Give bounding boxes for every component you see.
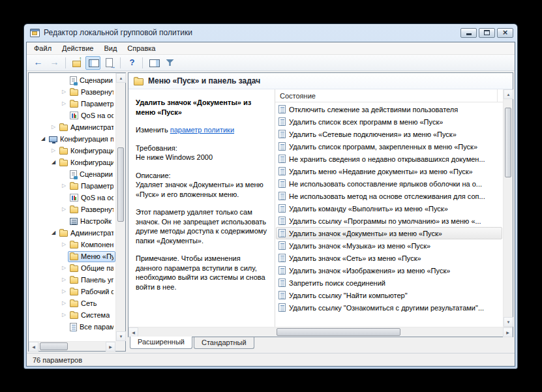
menu-item[interactable]: Действие [57, 43, 98, 53]
expand-arrow-icon[interactable]: ▷ [60, 262, 68, 274]
tree-item-content[interactable]: Общие па [68, 263, 115, 274]
show-console-tree-button[interactable] [85, 56, 100, 70]
forward-button[interactable] [47, 56, 62, 70]
maximize-button[interactable] [479, 28, 495, 38]
expand-arrow-icon[interactable]: ▷ [60, 180, 68, 192]
scrollbar-thumb[interactable] [277, 328, 400, 336]
tree-item[interactable]: ▷Параметр [29, 180, 115, 192]
menu-item[interactable]: Вид [98, 43, 122, 53]
tree-item-content[interactable]: QoS на ос [68, 192, 115, 204]
collapse-arrow-icon[interactable]: ◢ [39, 133, 47, 145]
expand-arrow-icon[interactable]: ▷ [60, 297, 68, 309]
scroll-down-button[interactable]: ▼ [504, 317, 513, 327]
tree-item[interactable]: Все парам [29, 321, 115, 333]
tab-extended[interactable]: Расширенный [130, 337, 192, 349]
close-button[interactable]: × [497, 28, 513, 38]
scroll-left-button[interactable]: ◀ [128, 327, 138, 337]
policy-list-item[interactable]: Запретить поиск соединений [276, 277, 502, 289]
tree-item[interactable]: ▷Развернут [29, 86, 115, 98]
expand-arrow-icon[interactable]: ▷ [60, 309, 68, 321]
scrollbar-track[interactable] [38, 342, 106, 351]
tree-item[interactable]: ◢Администрат [29, 227, 115, 239]
tree-item[interactable]: ▷Панель уп [29, 274, 115, 286]
expand-arrow-icon[interactable]: ▷ [50, 121, 57, 133]
title-bar[interactable]: Редактор локальной групповой политики × [24, 24, 517, 41]
menu-item[interactable]: Справка [122, 43, 160, 53]
policy-list-item[interactable]: Удалить меню «Недавние документы» из мен… [276, 165, 502, 177]
scroll-right-button[interactable]: ▶ [503, 327, 513, 337]
tree-item-content[interactable]: Конфигурация п [47, 134, 115, 145]
policy-list-item[interactable]: Удалить значок «Сеть» из меню «Пуск» [276, 252, 502, 264]
tree-vertical-scrollbar[interactable]: ▲ ▼ [115, 73, 125, 341]
tree-item[interactable]: QoS на ос [29, 192, 115, 204]
tree-item[interactable]: ▷Развернут [29, 204, 115, 215]
tree-item-content[interactable]: Панель уп [68, 275, 115, 286]
edit-policy-link[interactable]: параметр политики [170, 126, 234, 134]
tree-item-content[interactable]: Конфигураци [57, 157, 115, 168]
tree-item[interactable]: Сценарии [29, 168, 115, 180]
menu-item[interactable]: Файл [29, 43, 57, 53]
scrollbar-track[interactable] [138, 327, 503, 337]
scroll-up-button[interactable]: ▲ [116, 73, 126, 83]
tree-item-content[interactable]: Параметр [68, 181, 115, 192]
tree-item[interactable]: ▷Сеть [29, 297, 115, 309]
policy-list-item[interactable]: Отключить слежение за действиями пользов… [276, 103, 502, 115]
tree-item[interactable]: ▷Параметр [29, 98, 115, 110]
tree-item-content[interactable]: Настройк [68, 216, 115, 227]
policy-list-item[interactable]: Удалить значок «Документы» из меню «Пуск… [276, 227, 502, 239]
tree-horizontal-scrollbar[interactable]: ◀ ▶ [29, 341, 115, 351]
up-level-button[interactable] [69, 56, 84, 70]
back-button[interactable] [31, 56, 46, 70]
tree-item-content[interactable]: Конфигураци [57, 145, 115, 157]
collapse-arrow-icon[interactable]: ◢ [50, 227, 57, 239]
tree-item[interactable]: ▷Компонент [29, 239, 115, 250]
policy-list-item[interactable]: Удалить ссылку "Найти компьютер" [276, 289, 502, 301]
policy-list-item[interactable]: Удалить список всех программ в меню «Пус… [276, 115, 502, 128]
tab-standard[interactable]: Стандартный [194, 337, 254, 349]
minimize-button[interactable] [460, 28, 477, 38]
scroll-down-button[interactable]: ▼ [116, 331, 126, 341]
tree-item[interactable]: ◢Конфигураци [29, 157, 115, 168]
tree-item[interactable]: QoS на ос [29, 110, 115, 121]
policy-list-item[interactable]: Удалить ссылку «Программы по умолчанию» … [276, 215, 502, 227]
tree-item-content[interactable]: Развернут [68, 87, 115, 98]
scroll-right-button[interactable]: ▶ [106, 342, 115, 352]
filter-button[interactable] [162, 56, 177, 70]
policy-list-item[interactable]: Не использовать сопоставление ярлыков об… [276, 177, 502, 190]
expand-arrow-icon[interactable]: ▷ [50, 145, 57, 157]
tree-item-selected[interactable]: Меню «Пу [68, 251, 115, 262]
scrollbar-track[interactable] [116, 83, 125, 331]
tree-item[interactable]: Сценарии [29, 74, 115, 86]
tree-item[interactable]: Меню «Пу [29, 250, 115, 262]
help-button[interactable] [124, 56, 139, 70]
tree-item-content[interactable]: Администрат [57, 228, 115, 239]
tree-item[interactable]: Настройк [29, 215, 115, 227]
policy-list-item[interactable]: Удалить ссылку "Ознакомиться с другими р… [276, 301, 502, 314]
tree-item-content[interactable]: Развернут [68, 204, 115, 215]
results-horizontal-scrollbar[interactable]: ◀ ▶ [128, 327, 513, 337]
tree-item-content[interactable]: Параметр [68, 98, 115, 110]
scrollbar-thumb[interactable] [505, 108, 511, 177]
scrollbar-thumb[interactable] [117, 147, 124, 222]
scroll-up-button[interactable]: ▲ [504, 89, 513, 99]
collapse-arrow-icon[interactable]: ◢ [50, 157, 57, 168]
tree-item-content[interactable]: Сценарии [68, 75, 115, 86]
policy-list-item[interactable]: Удалить значок «Изображения» из меню «Пу… [276, 264, 502, 277]
scroll-left-button[interactable]: ◀ [29, 342, 38, 352]
show-action-pane-button[interactable] [146, 56, 161, 70]
policy-list-item[interactable]: Удалить список программ, закрепленных в … [276, 140, 502, 153]
policy-list-item[interactable]: Не хранить сведения о недавно открывавши… [276, 153, 502, 165]
column-header-state[interactable]: Состояние [275, 89, 498, 102]
tree-item[interactable]: ▷Рабочий ст [29, 286, 115, 297]
expand-arrow-icon[interactable]: ▷ [60, 239, 68, 250]
expand-arrow-icon[interactable]: ▷ [60, 286, 68, 297]
tree-item-content[interactable]: Сеть [68, 298, 115, 309]
expand-arrow-icon[interactable]: ▷ [60, 98, 68, 110]
tree-item-content[interactable]: Рабочий ст [68, 286, 115, 297]
tree-item-content[interactable]: Система [68, 310, 115, 321]
scrollbar-thumb[interactable] [40, 342, 68, 350]
expand-arrow-icon[interactable]: ▷ [60, 86, 68, 98]
export-list-button[interactable] [102, 56, 117, 70]
tree-item-content[interactable]: Компонент [68, 239, 115, 250]
tree-item-content[interactable]: Все парам [68, 322, 115, 333]
